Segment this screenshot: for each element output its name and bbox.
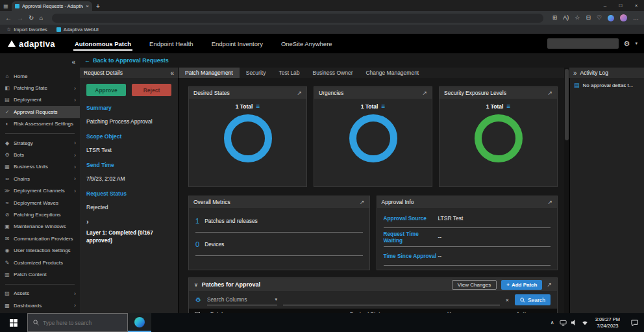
tab-actions-icon[interactable]: ▦ (0, 3, 12, 11)
address-bar[interactable] (52, 14, 543, 23)
tab-change-management[interactable]: Change Management (359, 68, 425, 78)
more-menu-icon[interactable]: … (633, 15, 639, 21)
view-changes-button[interactable]: View Changes (452, 280, 497, 290)
add-patch-button[interactable]: + Add Patch (501, 280, 542, 290)
expand-icon[interactable]: ↗ (422, 90, 427, 96)
nav-endpoint-health[interactable]: Endpoint Health (140, 34, 203, 53)
legend-icon[interactable]: ≡ (506, 103, 510, 110)
tab-test-lab[interactable]: Test Lab (272, 68, 306, 78)
adaptiva-logo[interactable]: adaptiva (0, 39, 66, 49)
sidebar-item-user-interaction-settings[interactable]: ◉ User Interaction Settings (0, 244, 80, 256)
settings-gear-icon[interactable]: ⚙ (624, 40, 630, 48)
network-icon[interactable] (580, 320, 591, 326)
favorites-icon[interactable]: ☆ (575, 15, 580, 21)
sidebar-header: « (0, 53, 80, 70)
patches-search-input[interactable] (283, 294, 500, 305)
favorite-adaptiva-webui[interactable]: Adaptiva WebUI (56, 27, 99, 32)
sidebar-item-home[interactable]: ⌂ Home (0, 70, 80, 82)
taskbar-edge-button[interactable] (128, 313, 151, 332)
sidebar-item-patch-content[interactable]: ▥ Patch Content (0, 268, 80, 280)
taskbar-clock[interactable]: 3:09:27 PM 7/24/2023 (591, 316, 625, 329)
sidebar-item-bots[interactable]: ⚙ Bots › (0, 149, 80, 160)
nav-onesite-anywhere[interactable]: OneSite Anywhere (272, 34, 341, 53)
browser-toolbar: ← → ↻ ⌂ ⊞ A) ☆ ⊟ ♡ … (0, 11, 644, 25)
expand-icon[interactable]: ↗ (297, 90, 302, 96)
sidebar-item-deployment-waves[interactable]: ≈ Deployment Waves (0, 197, 80, 209)
window-controls: – □ × (597, 0, 644, 11)
approve-button[interactable]: Approve (86, 84, 126, 96)
sidebar-item-maintenance-windows[interactable]: ▣ Maintenance Windows (0, 221, 80, 233)
taskbar-search-input[interactable] (43, 320, 118, 326)
expand-icon[interactable]: ↗ (360, 199, 365, 205)
maximize-button[interactable]: □ (613, 0, 628, 11)
start-button[interactable] (0, 313, 27, 332)
app-search-input[interactable] (547, 38, 619, 49)
display-icon[interactable] (558, 320, 569, 326)
nav-autonomous-patch[interactable]: Autonomous Patch (66, 34, 140, 53)
search-settings-gear-icon[interactable]: ⚙ (195, 296, 201, 303)
sidebar-item-strategy[interactable]: ◆ Strategy › (0, 137, 80, 149)
sidebar-item-patching-state[interactable]: ◧ Patching State › (0, 82, 80, 94)
tab-business-owner[interactable]: Business Owner (306, 68, 360, 78)
expand-icon[interactable]: ↗ (547, 90, 552, 96)
split-screen-icon[interactable]: ⊞ (552, 15, 558, 21)
activity-log-item[interactable]: ▤ No approval deltas t... (570, 78, 644, 93)
profile-avatar[interactable] (620, 14, 627, 21)
favorite-import[interactable]: ☆ Import favorites (6, 27, 47, 32)
browser-home-icon[interactable]: ⌂ (39, 15, 43, 21)
browser-essentials-icon[interactable]: ♡ (597, 15, 602, 21)
sidebar-item-assets[interactable]: ▨ Assets › (0, 288, 80, 300)
volume-icon[interactable] (569, 320, 580, 326)
reject-button[interactable]: Reject (132, 84, 171, 96)
clear-search-icon[interactable]: × (506, 297, 509, 303)
legend-icon[interactable]: ≡ (381, 103, 385, 110)
taskbar-search-box[interactable] (27, 313, 128, 332)
copilot-icon[interactable] (608, 15, 614, 21)
urgencies-donut[interactable] (349, 114, 397, 162)
tab-close-icon[interactable]: × (86, 3, 89, 9)
nav-endpoint-inventory[interactable]: Endpoint Inventory (203, 34, 272, 53)
forward-icon[interactable]: → (17, 15, 23, 21)
sidebar-item-risk-assessment-settings[interactable]: ◐ Risk Assessment Settings (0, 118, 80, 130)
expand-icon[interactable]: ↗ (547, 281, 552, 288)
sidebar-item-chains[interactable]: ∞ Chains › (0, 173, 80, 185)
refresh-icon[interactable]: ↻ (29, 15, 34, 21)
action-center-icon[interactable] (625, 320, 644, 326)
tab-patch-management[interactable]: Patch Management (179, 68, 240, 78)
search-columns-dropdown[interactable]: Search Columns ▾ (207, 294, 277, 305)
search-button[interactable]: Search (515, 294, 551, 305)
minimize-button[interactable]: – (597, 0, 613, 11)
new-tab-button[interactable]: + (92, 3, 104, 11)
sidebar-item-deployment-channels[interactable]: ≫ Deployment Channels › (0, 185, 80, 197)
back-to-approval-requests-link[interactable]: ← Back to Approval Requests (84, 57, 169, 64)
back-icon[interactable]: ← (5, 15, 12, 21)
vertical-scrollbar[interactable] (564, 68, 569, 313)
desired-states-donut[interactable] (224, 114, 272, 162)
collapse-activity-icon[interactable]: » (573, 70, 577, 77)
collapse-section-icon[interactable]: ∨ (194, 282, 198, 288)
tab-security[interactable]: Security (240, 68, 273, 78)
overall-metrics-card: Overall Metrics ↗ 1 Patches and releases (188, 196, 370, 270)
scrollbar-thumb[interactable] (565, 69, 569, 140)
layer-expander-icon[interactable]: › (86, 218, 171, 225)
sidebar-item-approval-requests[interactable]: ✓ Approval Requests (0, 106, 80, 118)
send-time-value: 7/9/23, 2:02 AM (86, 175, 171, 182)
browser-tab[interactable]: Approval Requests - Adaptiva A... × (12, 1, 92, 11)
expand-icon[interactable]: ↗ (547, 199, 552, 205)
close-button[interactable]: × (628, 0, 644, 11)
read-aloud-icon[interactable]: A) (563, 15, 569, 21)
hidden-icons-chevron[interactable]: ∧ (547, 320, 558, 326)
sidebar-item-patching-exceptions[interactable]: ⊘ Patching Exceptions (0, 209, 80, 220)
collapse-panel-icon[interactable]: « (170, 70, 174, 77)
approval-source-row: Approval Source LTSR Test (384, 209, 551, 228)
collections-icon[interactable]: ⊟ (586, 15, 591, 21)
sidebar-collapse-icon[interactable]: « (71, 58, 75, 66)
legend-icon[interactable]: ≡ (256, 103, 260, 110)
sidebar-item-deployment[interactable]: ▤ Deployment › (0, 94, 80, 106)
sidebar-item-customized-products[interactable]: ✎ Customized Products (0, 257, 80, 268)
sidebar-item-dashboards[interactable]: ▩ Dashboards › (0, 300, 80, 311)
security-exposure-donut[interactable] (475, 114, 523, 162)
chevron-down-icon[interactable]: ▾ (635, 41, 638, 46)
sidebar-item-communication-providers[interactable]: ✉ Communication Providers (0, 233, 80, 244)
sidebar-item-business-units[interactable]: ▦ Business Units › (0, 161, 80, 173)
